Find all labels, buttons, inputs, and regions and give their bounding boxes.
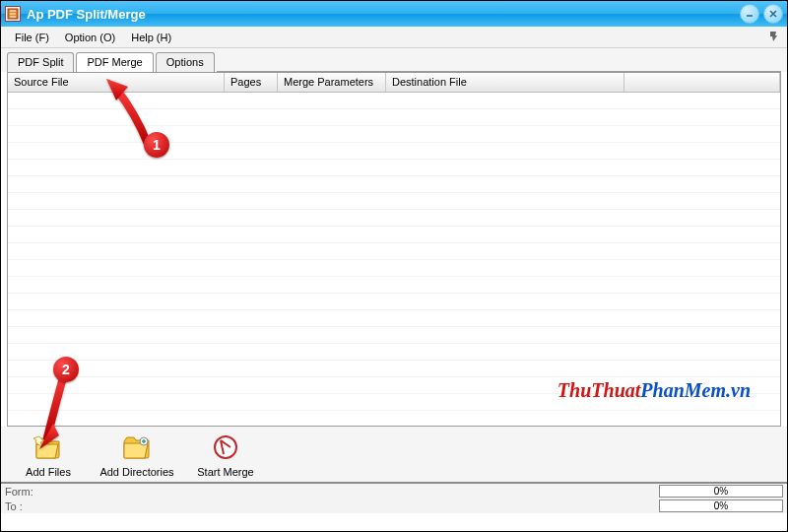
close-button[interactable] [763, 4, 783, 24]
menu-file[interactable]: File (F) [7, 29, 57, 46]
add-files-icon [32, 432, 65, 462]
col-merge-params[interactable]: Merge Parameters [278, 73, 386, 92]
add-directories-label: Add Directories [99, 466, 173, 478]
col-dest-file[interactable]: Destination File [386, 73, 624, 92]
status-to-label: To : [5, 500, 38, 512]
toolbar: Add Files Add Directories Start Merge [1, 427, 787, 482]
add-directories-button[interactable]: Add Directories [98, 431, 176, 480]
table-body[interactable] [8, 93, 780, 426]
menu-help[interactable]: Help (H) [123, 29, 179, 46]
window-title: Ap PDF Split/Merge [27, 7, 736, 22]
app-icon [5, 6, 21, 22]
add-files-label: Add Files [26, 466, 71, 478]
progress-bar-1: 0% [659, 485, 783, 498]
menu-option[interactable]: Option (O) [57, 29, 123, 46]
tab-row: PDF Split PDF Merge Options [1, 48, 787, 72]
col-spacer [624, 73, 780, 92]
start-merge-icon [209, 432, 242, 462]
minimize-button[interactable] [740, 4, 759, 24]
file-table: Source File Pages Merge Parameters Desti… [7, 72, 781, 427]
menubar: File (F) Option (O) Help (H) [1, 27, 787, 48]
statusbar: Form: 0% To : 0% [1, 482, 787, 513]
progress-bar-2: 0% [659, 499, 783, 512]
svg-point-3 [215, 436, 236, 458]
tab-options[interactable]: Options [156, 52, 215, 72]
start-merge-label: Start Merge [197, 466, 253, 478]
tab-pdf-merge[interactable]: PDF Merge [76, 52, 153, 72]
add-files-button[interactable]: Add Files [9, 431, 88, 480]
status-form-label: Form: [5, 486, 38, 498]
column-headers: Source File Pages Merge Parameters Desti… [8, 73, 780, 93]
col-source-file[interactable]: Source File [8, 73, 225, 92]
add-directories-icon [120, 432, 154, 462]
titlebar: Ap PDF Split/Merge [1, 1, 787, 27]
start-merge-button[interactable]: Start Merge [186, 431, 265, 480]
col-pages[interactable]: Pages [225, 73, 278, 92]
tab-pdf-split[interactable]: PDF Split [7, 52, 74, 72]
pin-icon[interactable] [767, 31, 781, 44]
